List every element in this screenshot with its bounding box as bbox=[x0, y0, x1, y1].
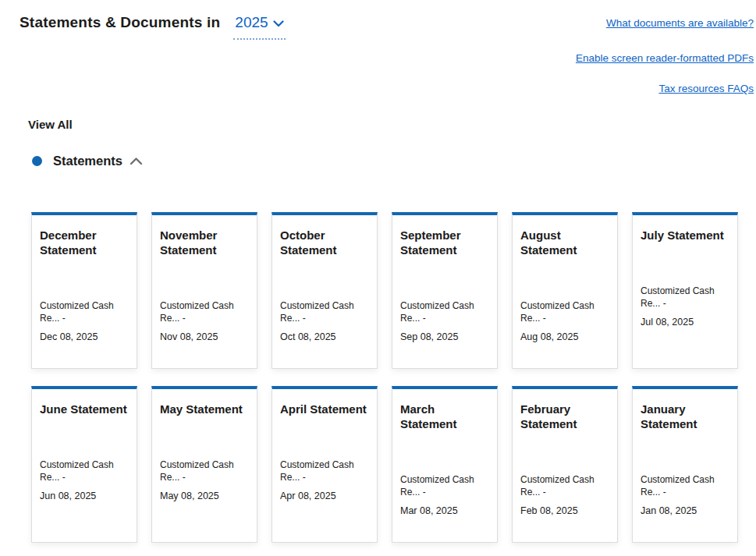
statement-card-subtitle: Customized Cash Re... - bbox=[400, 474, 489, 498]
statement-card[interactable]: March Statement Customized Cash Re... - … bbox=[392, 386, 498, 543]
statement-card[interactable]: November Statement Customized Cash Re...… bbox=[151, 212, 257, 369]
statements-documents-page: Statements & Documents in 2025 What docu… bbox=[0, 0, 756, 556]
statement-card-subtitle: Customized Cash Re... - bbox=[641, 285, 729, 310]
statement-card-date: Mar 08, 2025 bbox=[400, 505, 489, 517]
statement-card-date: Sep 08, 2025 bbox=[400, 331, 489, 343]
chevron-down-icon bbox=[273, 18, 284, 27]
statement-card-title: June Statement bbox=[40, 402, 129, 416]
statement-card[interactable]: September Statement Customized Cash Re..… bbox=[392, 212, 498, 369]
statement-card-date: Oct 08, 2025 bbox=[280, 331, 369, 343]
statement-card-title: March Statement bbox=[400, 402, 489, 431]
link-tax-resources-faqs[interactable]: Tax resources FAQs bbox=[658, 83, 754, 94]
statement-card-date: Jul 08, 2025 bbox=[641, 317, 729, 328]
statement-card-title: September Statement bbox=[400, 228, 489, 257]
statement-card[interactable]: April Statement Customized Cash Re... - … bbox=[272, 386, 378, 543]
statement-card-title: October Statement bbox=[280, 228, 369, 257]
statement-card-subtitle: Customized Cash Re... - bbox=[160, 300, 249, 324]
page-title: Statements & Documents in bbox=[20, 12, 220, 33]
statement-card-subtitle: Customized Cash Re... - bbox=[520, 300, 609, 324]
statement-card-date: Nov 08, 2025 bbox=[160, 331, 249, 343]
statement-card[interactable]: June Statement Customized Cash Re... - J… bbox=[31, 386, 137, 543]
statement-card-subtitle: Customized Cash Re... - bbox=[400, 300, 489, 324]
statement-card-date: May 08, 2025 bbox=[160, 490, 249, 502]
blue-dot-icon bbox=[32, 156, 42, 166]
statement-card-date: Feb 08, 2025 bbox=[520, 505, 609, 517]
statement-card-subtitle: Customized Cash Re... - bbox=[641, 474, 729, 498]
statement-card-date: Apr 08, 2025 bbox=[280, 490, 369, 502]
statement-card-title: February Statement bbox=[520, 402, 609, 431]
statement-card[interactable]: February Statement Customized Cash Re...… bbox=[512, 386, 618, 543]
statement-card-title: January Statement bbox=[641, 402, 729, 431]
statement-card[interactable]: August Statement Customized Cash Re... -… bbox=[512, 212, 618, 369]
statement-card[interactable]: May Statement Customized Cash Re... - Ma… bbox=[151, 386, 257, 543]
link-what-documents-available[interactable]: What documents are available? bbox=[606, 17, 754, 29]
statements-section-header[interactable]: Statements bbox=[32, 154, 143, 168]
statement-card-subtitle: Customized Cash Re... - bbox=[160, 459, 249, 483]
statement-card-title: May Statement bbox=[160, 402, 249, 416]
statements-section-title: Statements bbox=[53, 154, 122, 168]
statement-card[interactable]: December Statement Customized Cash Re...… bbox=[31, 212, 137, 369]
link-enable-screen-reader-pdfs[interactable]: Enable screen reader-formatted PDFs bbox=[576, 52, 754, 64]
statement-card-date: Aug 08, 2025 bbox=[520, 331, 609, 343]
statement-card-subtitle: Customized Cash Re... - bbox=[40, 300, 129, 324]
statement-card-subtitle: Customized Cash Re... - bbox=[280, 300, 369, 324]
statement-card-subtitle: Customized Cash Re... - bbox=[520, 474, 609, 498]
statement-card[interactable]: July Statement Customized Cash Re... - J… bbox=[632, 212, 738, 369]
page-header: Statements & Documents in 2025 bbox=[20, 12, 286, 40]
statement-card-date: Dec 08, 2025 bbox=[40, 331, 129, 343]
statement-card-subtitle: Customized Cash Re... - bbox=[40, 459, 129, 483]
statement-card-title: December Statement bbox=[40, 228, 129, 257]
chevron-up-icon[interactable] bbox=[130, 157, 143, 165]
statement-card-date: Jan 08, 2025 bbox=[641, 505, 729, 517]
statement-card-title: July Statement bbox=[641, 228, 729, 243]
statement-card-title: April Statement bbox=[280, 402, 369, 416]
view-all-label[interactable]: View All bbox=[28, 118, 73, 131]
statement-cards-grid: December Statement Customized Cash Re...… bbox=[31, 212, 738, 543]
statement-card-subtitle: Customized Cash Re... - bbox=[280, 459, 369, 483]
statement-card[interactable]: January Statement Customized Cash Re... … bbox=[632, 386, 738, 543]
statement-card-title: November Statement bbox=[160, 228, 249, 257]
statement-card-date: Jun 08, 2025 bbox=[40, 490, 129, 502]
statement-card-title: August Statement bbox=[520, 228, 609, 257]
statement-card[interactable]: October Statement Customized Cash Re... … bbox=[272, 212, 378, 369]
year-dropdown-value: 2025 bbox=[235, 12, 268, 33]
year-dropdown[interactable]: 2025 bbox=[233, 12, 285, 40]
